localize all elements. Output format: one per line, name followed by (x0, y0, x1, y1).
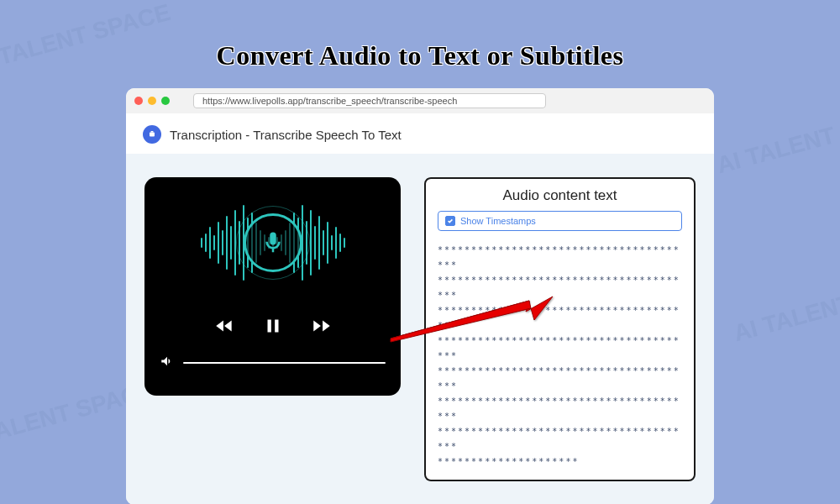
traffic-lights (134, 97, 170, 105)
page-title: Convert Audio to Text or Subtitles (0, 40, 840, 71)
content-area: Audio content text Show Timestamps *****… (126, 154, 714, 504)
maximize-window-icon[interactable] (161, 97, 170, 105)
transcript-panel: Audio content text Show Timestamps *****… (424, 177, 696, 481)
app-title: Transcription - Transcribe Speech To Tex… (170, 128, 402, 142)
close-window-icon[interactable] (134, 97, 143, 105)
app-header: Transcription - Transcribe Speech To Tex… (126, 113, 714, 154)
checkbox-icon (445, 216, 455, 226)
watermark: AI TALENT SPACE (731, 268, 840, 348)
browser-window: https://www.livepolls.app/transcribe_spe… (126, 88, 714, 504)
rewind-button[interactable] (213, 315, 235, 337)
show-timestamps-toggle[interactable]: Show Timestamps (438, 211, 682, 231)
svg-rect-0 (150, 133, 155, 137)
transcript-body: *************************************** … (438, 243, 682, 470)
waveform-visualizer (156, 192, 389, 293)
progress-bar[interactable] (183, 362, 386, 364)
svg-rect-1 (151, 131, 154, 133)
watermark: AI TALENT SPACE (714, 100, 840, 180)
minimize-window-icon[interactable] (148, 97, 156, 105)
app-icon (143, 125, 161, 144)
url-bar[interactable]: https://www.livepolls.app/transcribe_spe… (193, 93, 546, 108)
transcript-title: Audio content text (438, 187, 682, 204)
forward-button[interactable] (311, 315, 333, 337)
volume-icon[interactable] (160, 354, 175, 372)
progress-row (156, 354, 389, 372)
toggle-label: Show Timestamps (460, 216, 536, 226)
player-controls (213, 315, 333, 337)
window-title-bar: https://www.livepolls.app/transcribe_spe… (126, 88, 714, 113)
pause-button[interactable] (262, 315, 284, 337)
audio-player (144, 177, 401, 396)
microphone-icon (244, 213, 302, 272)
